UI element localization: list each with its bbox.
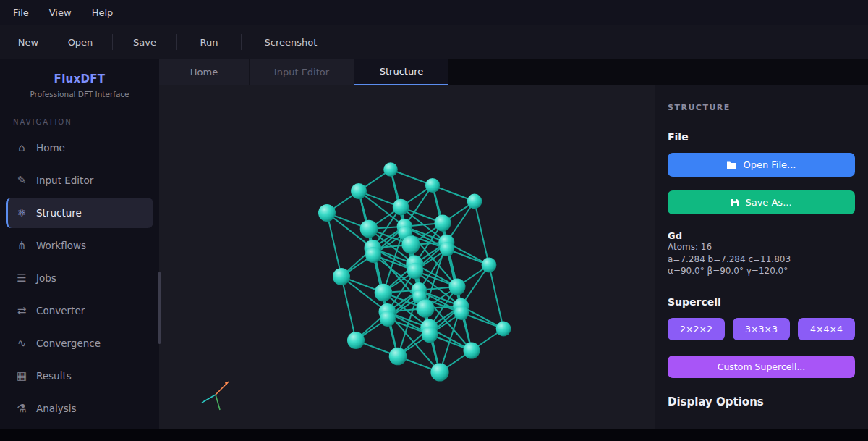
atom-icon: ⚛ — [14, 206, 29, 219]
sidebar-item-label: Structure — [36, 207, 82, 219]
sidebar-item-analysis[interactable]: ⚗ Analysis — [6, 393, 153, 424]
sidebar-item-label: Convergence — [36, 337, 101, 349]
tab-input-editor[interactable]: Input Editor — [250, 59, 354, 85]
atom-count-text: Atoms: 16 — [668, 241, 855, 253]
screenshot-button[interactable]: Screenshot — [247, 30, 334, 54]
flask-icon: ⚗ — [14, 402, 29, 415]
home-icon: ⌂ — [14, 141, 29, 154]
sidebar-item-structure[interactable]: ⚛ Structure — [6, 198, 153, 228]
sidebar-item-converter[interactable]: ⇄ Converter — [6, 295, 153, 326]
display-options-label: Display Options — [668, 395, 855, 408]
bottom-strip — [0, 429, 868, 441]
sidebar-item-label: Jobs — [36, 272, 56, 284]
supercell-3x3x3-button[interactable]: 3×3×3 — [733, 318, 790, 340]
menu-view[interactable]: View — [39, 7, 82, 18]
list-icon: ☰ — [14, 272, 29, 285]
structure-panel: STRUCTURE File Open File... Save As... G… — [655, 85, 868, 429]
open-file-button[interactable]: Open File... — [668, 153, 855, 177]
crystal-structure-render — [159, 85, 655, 429]
tab-structure[interactable]: Structure — [354, 59, 448, 85]
structure-viewport[interactable] — [159, 85, 655, 429]
supercell-presets: 2×2×2 3×3×3 4×4×4 — [668, 318, 855, 340]
panel-title: STRUCTURE — [668, 103, 855, 112]
sidebar: FluxDFT Professional DFT Interface NAVIG… — [0, 59, 159, 429]
supercell-4x4x4-button[interactable]: 4×4×4 — [798, 318, 855, 340]
workflow-icon: ⋔ — [14, 239, 29, 252]
folder-icon — [726, 161, 737, 169]
lattice-params-text: a=7.284 b=7.284 c=11.803 — [668, 253, 855, 266]
save-icon — [731, 198, 739, 207]
bar-chart-icon: ▦ — [14, 369, 29, 382]
toolbar-separator — [112, 34, 113, 50]
swap-icon: ⇄ — [14, 304, 29, 317]
save-as-label: Save As... — [745, 197, 791, 208]
sidebar-item-label: Input Editor — [36, 175, 93, 186]
save-button[interactable]: Save — [119, 30, 171, 54]
structure-info: Gd Atoms: 16 a=7.284 b=7.284 c=11.803 α=… — [668, 230, 855, 277]
axis-indicator — [202, 382, 229, 410]
sidebar-item-label: Analysis — [36, 403, 77, 414]
sidebar-item-label: Home — [36, 142, 65, 154]
sidebar-item-label: Workflows — [36, 240, 86, 251]
sidebar-item-jobs[interactable]: ☰ Jobs — [6, 263, 153, 293]
sidebar-item-workflows[interactable]: ⋔ Workflows — [6, 230, 153, 261]
tab-home[interactable]: Home — [159, 59, 250, 85]
toolbar-separator — [176, 34, 177, 50]
line-chart-icon: ∿ — [14, 337, 29, 350]
new-button[interactable]: New — [2, 30, 54, 54]
supercell-section-label: Supercell — [668, 296, 855, 308]
sidebar-item-results[interactable]: ▦ Results — [6, 361, 153, 391]
nav-section-label: NAVIGATION — [13, 118, 159, 126]
menubar: File View Help — [0, 0, 868, 25]
edit-icon: ✎ — [14, 174, 29, 187]
sidebar-item-home[interactable]: ⌂ Home — [6, 133, 153, 163]
open-button[interactable]: Open — [54, 30, 106, 54]
formula-text: Gd — [668, 230, 855, 241]
sidebar-item-label: Converter — [36, 305, 85, 316]
sidebar-scrollbar-thumb[interactable] — [158, 272, 161, 344]
toolbar-separator — [241, 34, 242, 50]
custom-supercell-button[interactable]: Custom Supercell... — [668, 356, 855, 378]
app-title: FluxDFT — [0, 72, 159, 85]
save-as-button[interactable]: Save As... — [668, 190, 855, 214]
tab-bar: Home Input Editor Structure — [159, 59, 868, 85]
file-section-label: File — [668, 131, 855, 143]
app-subtitle: Professional DFT Interface — [0, 90, 159, 98]
sidebar-item-input-editor[interactable]: ✎ Input Editor — [6, 165, 153, 196]
open-file-label: Open File... — [743, 159, 796, 170]
lattice-atoms-and-bonds — [318, 162, 511, 381]
lattice-angles-text: α=90.0° β=90.0° γ=120.0° — [668, 265, 855, 277]
menu-file[interactable]: File — [3, 7, 39, 18]
menu-help[interactable]: Help — [82, 7, 124, 18]
sidebar-item-convergence[interactable]: ∿ Convergence — [6, 328, 153, 358]
supercell-2x2x2-button[interactable]: 2×2×2 — [668, 318, 725, 340]
run-button[interactable]: Run — [183, 30, 235, 54]
sidebar-item-label: Results — [36, 370, 72, 382]
toolbar: New Open Save Run Screenshot — [0, 25, 868, 59]
